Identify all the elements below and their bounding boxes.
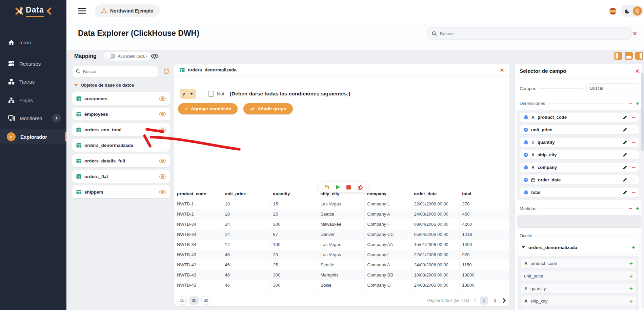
add-field-icon[interactable]: + — [629, 286, 633, 292]
layout-left-panel-icon[interactable] — [614, 52, 622, 60]
remove-dimension-icon[interactable]: − — [629, 100, 632, 106]
caret-down-icon[interactable] — [522, 246, 525, 248]
add-condition-button[interactable]: ✓ Agregar condición — [178, 103, 238, 114]
venn-icon[interactable] — [159, 96, 166, 101]
add-field-icon[interactable]: + — [629, 261, 633, 267]
venn-icon[interactable] — [159, 190, 166, 195]
column-header[interactable]: product_code — [174, 190, 222, 199]
sidebar-item-recursos[interactable]: Recursos — [0, 56, 66, 71]
column-header[interactable]: total — [459, 190, 509, 199]
remove-field-icon[interactable]: − — [632, 114, 636, 120]
scrollbar-thumb[interactable] — [641, 73, 644, 151]
column-header[interactable]: order_date — [411, 190, 459, 199]
add-field-icon[interactable]: + — [629, 298, 633, 304]
spain-flag-icon[interactable] — [609, 7, 617, 15]
object-item-orders-con-total[interactable]: orders_con_total — [72, 123, 170, 136]
page-size-30[interactable]: 30 — [189, 296, 199, 305]
object-item-orders-flat[interactable]: orders_flat — [72, 170, 170, 183]
add-group-button[interactable]: ✓✓ Añadir grupo — [243, 103, 293, 114]
pen-icon[interactable] — [623, 178, 627, 182]
objects-search-input[interactable] — [83, 69, 155, 74]
dimension-item[interactable]: A company − — [520, 163, 639, 172]
moon-icon[interactable] — [625, 8, 630, 14]
prev-page-icon[interactable] — [474, 298, 477, 303]
run-icon[interactable] — [336, 185, 340, 190]
measures-drop-zone[interactable] — [517, 215, 642, 228]
dimension-item[interactable]: # quantity − — [520, 138, 639, 147]
column-header[interactable]: quantity — [270, 190, 318, 199]
venn-icon[interactable] — [159, 112, 166, 117]
add-measure-icon[interactable]: + — [636, 205, 639, 212]
venn-icon[interactable] — [159, 158, 166, 163]
close-field-selector-icon[interactable]: × — [635, 68, 639, 74]
menu-icon[interactable] — [78, 7, 86, 14]
sidebar-item-monitoreo[interactable]: Monitoreo — [0, 111, 66, 126]
dimension-item[interactable]: A product_code − — [520, 113, 639, 122]
project-badge[interactable]: Northwind Ejemplo — [95, 4, 160, 17]
pen-icon[interactable] — [623, 115, 627, 119]
fields-search-input[interactable] — [590, 86, 636, 91]
object-item-orders-details-full[interactable]: orders_details_full — [72, 154, 170, 167]
pen-icon[interactable] — [623, 128, 627, 132]
object-item-orders-denormalizada[interactable]: orders_denormalizada — [72, 139, 170, 152]
expand-chevron-icon[interactable] — [52, 114, 61, 123]
add-all-fields-icon[interactable]: + — [631, 244, 635, 250]
sidebar-item-explorador[interactable]: Explorador — [0, 129, 66, 144]
pen-icon[interactable] — [623, 140, 627, 145]
hidden-field-item[interactable]: A product_code + — [521, 259, 636, 268]
close-tab-icon[interactable]: × — [500, 67, 504, 73]
not-checkbox[interactable] — [208, 91, 214, 97]
query-tab[interactable]: orders_denormalizada × — [174, 64, 509, 76]
stop-icon[interactable] — [346, 185, 351, 190]
remove-field-icon[interactable]: − — [632, 139, 636, 146]
sidebar-item-tareas[interactable]: Tareas — [0, 74, 66, 89]
refresh-icon[interactable] — [163, 68, 169, 76]
dimension-item[interactable]: unit_price − — [520, 125, 639, 134]
pen-icon[interactable] — [623, 165, 627, 170]
pen-icon[interactable] — [623, 153, 627, 157]
object-item-shippers[interactable]: shippers — [72, 185, 170, 198]
remove-field-icon[interactable]: − — [632, 164, 636, 171]
advanced-sql-toggle[interactable]: Avanzado (SQL) — [103, 52, 151, 61]
dimension-item[interactable]: total − — [520, 188, 639, 197]
column-header[interactable]: company — [364, 190, 411, 199]
hidden-field-item[interactable]: A ship_city + — [521, 296, 636, 306]
hidden-field-item[interactable]: # quantity + — [521, 284, 636, 293]
page-1-button[interactable]: 1 — [480, 296, 488, 305]
add-dimension-icon[interactable]: + — [636, 100, 639, 106]
venn-icon[interactable] — [159, 174, 166, 179]
venn-icon[interactable] — [159, 127, 166, 132]
cell: 25 — [270, 209, 318, 219]
page-size-60[interactable]: 60 — [201, 296, 210, 305]
objects-group-header[interactable]: Objetos de base de datos — [74, 83, 170, 88]
sidebar-item-inicio[interactable]: Inicio — [0, 35, 66, 50]
page-2-button[interactable]: 2 — [491, 296, 499, 305]
page-size-15[interactable]: 15 — [178, 296, 187, 305]
add-field-icon[interactable]: + — [629, 273, 633, 279]
remove-field-icon[interactable]: − — [632, 177, 636, 183]
hidden-group-card[interactable]: orders_denormalizada + — [518, 241, 639, 254]
global-search-input[interactable] — [440, 31, 627, 36]
object-item-customers[interactable]: customers — [72, 92, 170, 105]
save-icon[interactable] — [324, 184, 329, 190]
close-page-icon[interactable]: × — [633, 30, 637, 37]
layout-bottom-panel-icon[interactable] — [625, 52, 633, 60]
next-page-icon[interactable] — [502, 298, 506, 303]
remove-field-icon[interactable]: − — [632, 152, 636, 158]
remove-measure-icon[interactable]: − — [629, 205, 632, 212]
pen-icon[interactable] — [623, 190, 627, 195]
column-header[interactable]: unit_price — [222, 190, 270, 199]
preview-eye-icon[interactable] — [150, 51, 159, 61]
sidebar-item-flujos[interactable]: Flujos — [0, 93, 66, 108]
hidden-field-item[interactable]: unit_price + — [521, 271, 636, 281]
object-item-employees[interactable]: employees — [72, 108, 170, 120]
cell: Denver — [318, 229, 364, 240]
layout-right-panel-icon[interactable] — [635, 52, 643, 60]
remove-field-icon[interactable]: − — [632, 127, 636, 133]
filter-operator-select[interactable]: y — [180, 89, 196, 99]
dimension-item[interactable]: order_date − — [520, 175, 639, 184]
remove-field-icon[interactable]: − — [632, 190, 636, 196]
gear-icon[interactable] — [633, 6, 642, 16]
dimension-item[interactable]: A ship_city − — [520, 150, 639, 159]
clear-icon[interactable] — [357, 185, 363, 190]
